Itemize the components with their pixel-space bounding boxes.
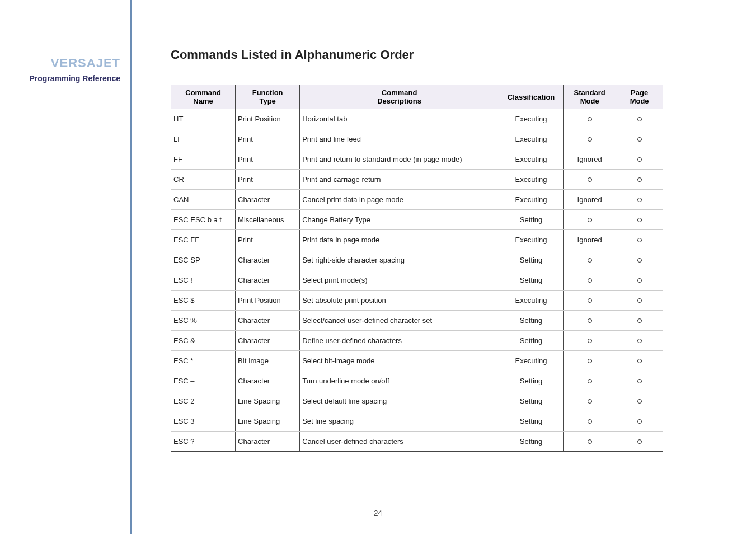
cell-description: Print and carriage return [300,170,499,190]
cell-standard-mode [564,432,616,452]
circle-icon [637,117,642,121]
th-class-l1: Classification [508,93,555,101]
cell-description: Select bit-image mode [300,351,499,371]
circle-icon [588,278,592,283]
cell-description: Cancel user-defined characters [300,432,499,452]
circle-icon [637,298,642,303]
th-std-l1: Standard [574,88,605,97]
table-row: LFPrintPrint and line feedExecuting [171,129,663,149]
cell-command-name: LF [171,129,236,149]
circle-icon [588,359,592,363]
cell-function-type: Print Position [236,109,300,129]
cell-function-type: Print [236,230,300,250]
cell-standard-mode [564,371,616,391]
cell-standard-mode [564,291,616,311]
table-row: ESC %CharacterSelect/cancel user-defined… [171,311,663,331]
cell-classification: Setting [499,391,563,411]
cell-description: Select/cancel user-defined character set [300,311,499,331]
table-row: CANCharacterCancel print data in page mo… [171,190,663,210]
cell-command-name: ESC – [171,371,236,391]
circle-icon [637,318,642,323]
cell-command-name: ESC FF [171,230,236,250]
cell-function-type: Miscellaneous [236,210,300,230]
main-content: Commands Listed in Alphanumeric Order Co… [132,0,756,534]
cell-description: Turn underline mode on/off [300,371,499,391]
table-row: HTPrint PositionHorizontal tabExecuting [171,109,663,129]
cell-classification: Executing [499,149,563,170]
circle-icon [637,218,642,222]
cell-page-mode [616,331,663,351]
circle-icon [637,339,642,343]
cell-standard-mode [564,311,616,331]
cell-classification: Executing [499,351,563,371]
circle-icon [637,359,642,363]
cell-command-name: ESC 3 [171,411,236,432]
cell-standard-mode [564,331,616,351]
cell-classification: Setting [499,250,563,270]
circle-icon [588,399,592,404]
cell-description: Print and line feed [300,129,499,149]
table-row: CRPrintPrint and carriage returnExecutin… [171,170,663,190]
cell-page-mode [616,432,663,452]
circle-icon [637,238,642,242]
cell-classification: Executing [499,291,563,311]
table-row: ESC 3Line SpacingSet line spacingSetting [171,411,663,432]
cell-command-name: ESC ! [171,270,236,291]
circle-icon [637,137,642,142]
cell-standard-mode [564,411,616,432]
page-title: Commands Listed in Alphanumeric Order [171,48,756,62]
cell-classification: Setting [499,311,563,331]
cell-function-type: Line Spacing [236,391,300,411]
cell-command-name: CR [171,170,236,190]
cell-standard-mode: Ignored [564,190,616,210]
circle-icon [588,419,592,424]
cell-command-name: HT [171,109,236,129]
cell-function-type: Print [236,170,300,190]
circle-icon [588,137,592,142]
table-row: ESC ?CharacterCancel user-defined charac… [171,432,663,452]
th-name-l2: Name [176,97,231,105]
circle-icon [637,399,642,404]
cell-command-name: CAN [171,190,236,210]
cell-description: Horizontal tab [300,109,499,129]
cell-classification: Setting [499,411,563,432]
cell-classification: Setting [499,331,563,351]
cell-standard-mode [564,351,616,371]
cell-page-mode [616,270,663,291]
circle-icon [637,278,642,283]
brand-title: VERSAJET [0,56,120,71]
cell-page-mode [616,291,663,311]
circle-icon [637,258,642,263]
cell-description: Cancel print data in page mode [300,190,499,210]
cell-description: Set absolute print position [300,291,499,311]
cell-description: Set right-side character spacing [300,250,499,270]
cell-description: Select default line spacing [300,391,499,411]
cell-command-name: FF [171,149,236,170]
cell-function-type: Print [236,149,300,170]
cell-standard-mode [564,391,616,411]
circle-icon [637,198,642,202]
circle-icon [588,117,592,121]
page-number: 24 [0,509,756,517]
circle-icon [588,439,592,444]
cell-function-type: Character [236,250,300,270]
cell-standard-mode [564,129,616,149]
circle-icon [637,439,642,444]
cell-description: Print and return to standard mode (in pa… [300,149,499,170]
cell-classification: Executing [499,170,563,190]
cell-function-type: Character [236,311,300,331]
circle-icon [588,379,592,383]
cell-page-mode [616,311,663,331]
th-class: Classification [499,85,563,109]
th-page-l2: Mode [621,97,658,105]
th-desc-l2: Descriptions [304,97,494,105]
circle-icon [588,218,592,222]
th-name: Command Name [171,85,236,109]
th-page: Page Mode [616,85,663,109]
cell-function-type: Character [236,190,300,210]
circle-icon [588,258,592,263]
cell-page-mode [616,149,663,170]
cell-page-mode [616,371,663,391]
th-desc-l1: Command [382,88,417,97]
cell-standard-mode [564,210,616,230]
